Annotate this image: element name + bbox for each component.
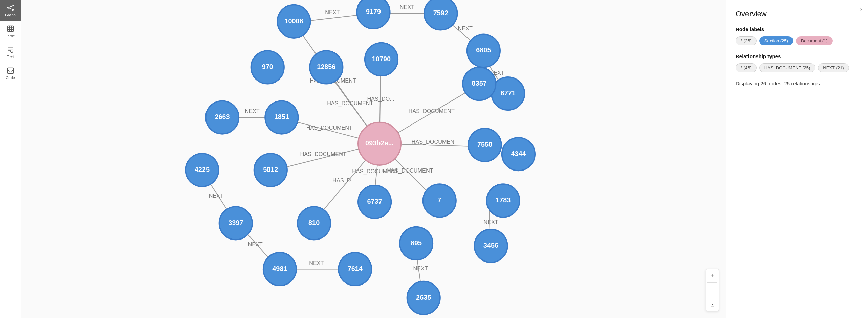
svg-text:NEXT: NEXT [483, 219, 498, 225]
svg-text:6771: 6771 [501, 89, 516, 97]
relationship-types-badges: * (46) HAS_DOCUMENT (25) NEXT (21) [736, 63, 859, 72]
zoom-in-button[interactable]: + [707, 270, 717, 280]
badge-all-rels[interactable]: * (46) [736, 63, 757, 72]
zoom-controls: + − ⊡ [706, 269, 719, 311]
sidebar-item-graph-label: Graph [5, 13, 16, 17]
code-icon [7, 67, 14, 74]
svg-text:7614: 7614 [348, 265, 363, 272]
svg-text:4981: 4981 [272, 265, 287, 272]
svg-text:12856: 12856 [317, 63, 335, 70]
sidebar-item-code[interactable]: Code [0, 63, 21, 84]
svg-text:4344: 4344 [511, 150, 526, 157]
displaying-text: Displaying 26 nodes, 25 relationships. [736, 81, 859, 86]
svg-text:7558: 7558 [477, 141, 492, 148]
svg-text:1783: 1783 [496, 196, 511, 204]
relationship-types-heading: Relationship types [736, 53, 859, 59]
badge-section[interactable]: Section (25) [759, 36, 793, 45]
badge-next[interactable]: NEXT (21) [818, 63, 849, 72]
graph-icon [7, 4, 14, 12]
zoom-out-button[interactable]: − [707, 285, 717, 295]
badge-all-nodes[interactable]: * (26) [736, 36, 757, 45]
svg-line-4 [9, 8, 12, 9]
svg-text:HAS_DOCUMENT: HAS_DOCUMENT [387, 167, 433, 174]
zoom-divider-2 [707, 297, 717, 297]
svg-text:8357: 8357 [472, 80, 487, 87]
text-icon [7, 46, 14, 53]
svg-text:7592: 7592 [433, 9, 448, 17]
svg-text:1851: 1851 [274, 113, 289, 120]
svg-text:NEXT: NEXT [209, 192, 223, 199]
svg-text:HAS_DOCUMENT: HAS_DOCUMENT [306, 124, 352, 131]
svg-text:NEXT: NEXT [309, 260, 324, 266]
node-labels-badges: * (26) Section (25) Document (1) [736, 36, 859, 45]
node-labels-heading: Node labels [736, 26, 859, 32]
center-node-label: 093b2e... [365, 139, 394, 147]
svg-text:HAS_DOCUMENT: HAS_DOCUMENT [409, 108, 455, 114]
svg-text:HAS_D...: HAS_D... [332, 177, 355, 184]
panel-title: Overview [736, 9, 859, 18]
table-icon [7, 25, 14, 32]
graph-area[interactable]: HAS_DOCUMENT HAS_DOCUMENT HAS_DO... HAS_… [21, 0, 726, 318]
svg-text:3397: 3397 [228, 219, 243, 226]
badge-has-document[interactable]: HAS_DOCUMENT (25) [759, 63, 816, 72]
sidebar: Graph Table Text Code [0, 0, 21, 318]
svg-text:7: 7 [438, 196, 441, 204]
svg-text:2635: 2635 [416, 294, 431, 301]
right-panel: › Overview Node labels * (26) Section (2… [726, 0, 868, 318]
sidebar-item-table-label: Table [6, 34, 15, 38]
svg-point-0 [7, 7, 9, 8]
svg-text:5812: 5812 [263, 166, 278, 173]
svg-text:HAS_DOCUMENT: HAS_DOCUMENT [327, 100, 373, 107]
sidebar-item-graph[interactable]: Graph [0, 0, 21, 21]
svg-text:NEXT: NEXT [245, 108, 259, 114]
graph-container[interactable]: HAS_DOCUMENT HAS_DOCUMENT HAS_DO... HAS_… [21, 0, 726, 318]
svg-text:HAS_DOCUMENT: HAS_DOCUMENT [300, 151, 346, 157]
panel-toggle-button[interactable]: › [860, 6, 862, 13]
svg-text:3456: 3456 [483, 242, 498, 249]
sidebar-item-text-label: Text [7, 55, 14, 59]
zoom-fit-button[interactable]: ⊡ [707, 299, 717, 310]
svg-text:2663: 2663 [215, 113, 230, 120]
svg-point-2 [12, 9, 13, 11]
svg-text:6805: 6805 [476, 46, 491, 54]
svg-point-1 [12, 5, 13, 6]
svg-text:NEXT: NEXT [400, 4, 414, 10]
svg-text:NEXT: NEXT [413, 265, 428, 271]
svg-text:10008: 10008 [284, 17, 303, 25]
zoom-divider [707, 282, 717, 283]
svg-text:970: 970 [262, 63, 273, 70]
sidebar-item-code-label: Code [6, 76, 15, 80]
svg-text:6737: 6737 [367, 198, 382, 205]
svg-rect-5 [7, 26, 13, 32]
svg-text:810: 810 [308, 219, 320, 226]
graph-svg: HAS_DOCUMENT HAS_DOCUMENT HAS_DO... HAS_… [21, 0, 726, 318]
svg-text:9179: 9179 [366, 8, 381, 15]
svg-text:4225: 4225 [195, 166, 210, 173]
svg-line-3 [9, 6, 12, 8]
svg-text:HAS_DO...: HAS_DO... [367, 96, 394, 102]
sidebar-item-table[interactable]: Table [0, 21, 21, 42]
svg-text:895: 895 [411, 239, 422, 247]
svg-text:NEXT: NEXT [325, 9, 340, 15]
svg-text:NEXT: NEXT [248, 242, 262, 248]
svg-text:HAS_DOCUMENT: HAS_DOCUMENT [412, 139, 458, 145]
sidebar-item-text[interactable]: Text [0, 42, 21, 63]
badge-document[interactable]: Document (1) [796, 36, 833, 45]
svg-text:10790: 10790 [372, 55, 391, 63]
svg-text:NEXT: NEXT [458, 25, 472, 31]
